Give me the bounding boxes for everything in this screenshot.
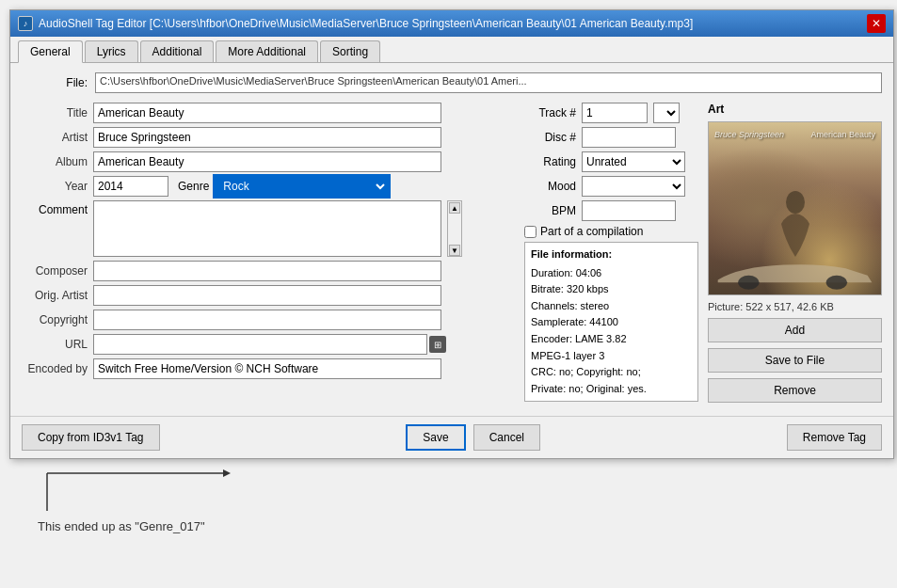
orig-artist-label: Orig. Artist bbox=[22, 289, 88, 302]
add-art-button[interactable]: Add bbox=[708, 318, 882, 342]
disc-input[interactable] bbox=[582, 127, 676, 148]
cancel-button[interactable]: Cancel bbox=[473, 424, 540, 451]
tab-lyrics[interactable]: Lyrics bbox=[85, 40, 138, 62]
tabs-bar: General Lyrics Additional More Additiona… bbox=[10, 37, 893, 63]
art-section: Art Bruce Springsteen American Beauty bbox=[708, 103, 882, 403]
remove-tag-button[interactable]: Remove Tag bbox=[787, 424, 882, 451]
save-button[interactable]: Save bbox=[406, 424, 465, 451]
footer: Copy from ID3v1 Tag Save Cancel Remove T… bbox=[10, 416, 893, 458]
remove-art-button[interactable]: Remove bbox=[708, 378, 882, 403]
bpm-label: BPM bbox=[524, 204, 576, 217]
orig-artist-row: Orig. Artist bbox=[22, 285, 515, 306]
app-icon: ♪ bbox=[18, 16, 33, 31]
comment-scrollbar[interactable]: ▲ ▼ bbox=[447, 200, 462, 257]
composer-input[interactable] bbox=[93, 261, 441, 281]
main-window: ♪ AudioShell Tag Editor [C:\Users\hfbor\… bbox=[9, 9, 894, 459]
right-column: Track # Disc # Rating Unrated 1 bbox=[524, 103, 698, 403]
comment-row: Comment ▲ ▼ bbox=[22, 200, 515, 257]
encoded-by-row: Encoded by bbox=[22, 358, 515, 379]
genre-select[interactable]: RockPopJazzClassicalBluesCountryElectron… bbox=[215, 176, 389, 197]
svg-point-0 bbox=[786, 191, 805, 214]
disc-row: Disc # bbox=[524, 127, 698, 148]
artist-row: Artist bbox=[22, 127, 515, 148]
copy-from-button[interactable]: Copy from ID3v1 Tag bbox=[22, 424, 160, 451]
file-info-samplerate: Samplerate: 44100 bbox=[531, 314, 692, 331]
title-bar-left: ♪ AudioShell Tag Editor [C:\Users\hfbor\… bbox=[18, 16, 693, 31]
close-button[interactable]: ✕ bbox=[867, 14, 886, 33]
track-input[interactable] bbox=[582, 103, 648, 123]
mood-select[interactable] bbox=[582, 176, 685, 197]
title-input[interactable] bbox=[93, 103, 441, 123]
art-silhouette bbox=[772, 191, 819, 266]
compilation-checkbox[interactable] bbox=[524, 226, 537, 238]
comment-textarea[interactable] bbox=[93, 200, 441, 257]
tab-more-additional[interactable]: More Additional bbox=[216, 40, 318, 62]
window-title: AudioShell Tag Editor [C:\Users\hfbor\On… bbox=[39, 17, 693, 30]
compilation-label: Part of a compilation bbox=[540, 225, 643, 238]
file-info-channels: Channels: stereo bbox=[531, 298, 692, 315]
copyright-input[interactable] bbox=[93, 310, 441, 330]
artist-input[interactable] bbox=[93, 127, 441, 148]
artist-label: Artist bbox=[22, 131, 88, 144]
track-row: Track # bbox=[524, 103, 698, 123]
year-label: Year bbox=[22, 180, 88, 193]
content-area: File: C:\Users\hfbor\OneDrive\Music\Medi… bbox=[10, 63, 893, 412]
copyright-label: Copyright bbox=[22, 313, 88, 326]
file-path-display: C:\Users\hfbor\OneDrive\Music\MediaServe… bbox=[95, 72, 882, 93]
annotation-area: This ended up as "Genre_017" bbox=[38, 469, 245, 533]
file-info-box: File information: Duration: 04:06 Bitrat… bbox=[524, 242, 698, 402]
file-info-bitrate: Bitrate: 320 kbps bbox=[531, 281, 692, 298]
genre-label: Genre bbox=[178, 180, 209, 193]
tab-additional[interactable]: Additional bbox=[140, 40, 215, 62]
mood-row: Mood bbox=[524, 176, 698, 197]
footer-right: Remove Tag bbox=[787, 424, 882, 451]
rating-label: Rating bbox=[524, 155, 576, 168]
copyright-row: Copyright bbox=[22, 310, 515, 330]
save-to-file-button[interactable]: Save to File bbox=[708, 348, 882, 373]
track-dropdown[interactable] bbox=[653, 103, 680, 123]
file-info-encoder: Encoder: LAME 3.82 bbox=[531, 331, 692, 348]
album-input[interactable] bbox=[93, 151, 441, 172]
orig-artist-input[interactable] bbox=[93, 285, 441, 306]
art-image: Bruce Springsteen American Beauty bbox=[708, 121, 882, 295]
main-area: Title Artist Album Year Genre bbox=[22, 103, 882, 403]
title-bar: ♪ AudioShell Tag Editor [C:\Users\hfbor\… bbox=[10, 10, 893, 37]
art-album-text: American Beauty bbox=[810, 130, 875, 139]
file-info-duration: Duration: 04:06 bbox=[531, 265, 692, 282]
tab-general[interactable]: General bbox=[18, 40, 83, 63]
art-car bbox=[713, 257, 876, 290]
url-input[interactable] bbox=[93, 334, 427, 355]
art-section-label: Art bbox=[708, 103, 882, 116]
title-row: Title bbox=[22, 103, 515, 123]
svg-point-1 bbox=[738, 276, 759, 290]
track-label: Track # bbox=[524, 106, 576, 119]
disc-label: Disc # bbox=[524, 131, 576, 144]
composer-row: Composer bbox=[22, 261, 515, 281]
svg-marker-5 bbox=[223, 469, 231, 477]
file-info-private: Private: no; Original: yes. bbox=[531, 381, 692, 398]
compilation-row: Part of a compilation bbox=[524, 225, 698, 238]
mood-label: Mood bbox=[524, 180, 576, 193]
art-artist-text: Bruce Springsteen bbox=[714, 130, 784, 139]
svg-point-2 bbox=[826, 276, 847, 290]
tab-sorting[interactable]: Sorting bbox=[320, 40, 380, 62]
composer-label: Composer bbox=[22, 264, 88, 278]
encoded-by-label: Encoded by bbox=[22, 362, 88, 375]
bpm-row: BPM bbox=[524, 200, 698, 221]
encoded-by-input[interactable] bbox=[93, 358, 441, 379]
art-overlay: Bruce Springsteen American Beauty bbox=[714, 130, 875, 139]
footer-left: Copy from ID3v1 Tag bbox=[22, 424, 160, 451]
footer-center: Save Cancel bbox=[406, 424, 540, 451]
year-input[interactable] bbox=[93, 176, 168, 197]
url-label: URL bbox=[22, 338, 88, 351]
annotation-arrow-svg bbox=[38, 469, 245, 516]
album-label: Album bbox=[22, 155, 88, 168]
comment-label: Comment bbox=[22, 200, 88, 216]
title-label: Title bbox=[22, 106, 88, 119]
bpm-input[interactable] bbox=[582, 200, 676, 221]
rating-select[interactable]: Unrated 1 Star 2 Stars 3 Stars 4 Stars 5… bbox=[582, 151, 685, 172]
url-icon[interactable]: ⊞ bbox=[429, 336, 446, 353]
file-row: File: C:\Users\hfbor\OneDrive\Music\Medi… bbox=[22, 72, 882, 93]
album-row: Album bbox=[22, 151, 515, 172]
annotation-text: This ended up as "Genre_017" bbox=[38, 519, 205, 533]
